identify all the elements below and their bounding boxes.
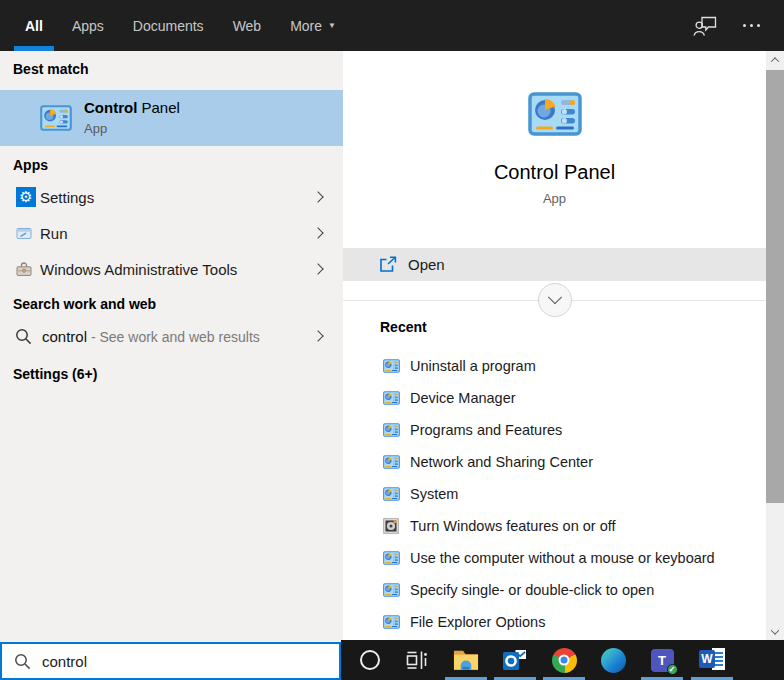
tab-label: Web — [233, 18, 262, 34]
recent-row-label: Specify single- or double-click to open — [410, 582, 654, 598]
ellipsis-icon[interactable] — [741, 20, 762, 31]
chevron-right-icon — [312, 227, 323, 238]
taskbar-cortana-button[interactable] — [357, 640, 383, 680]
chevron-right-icon — [312, 263, 323, 274]
taskbar-file-explorer-button[interactable] — [453, 640, 479, 680]
actions-expander — [343, 281, 766, 319]
recent-row-label: File Explorer Options — [410, 614, 545, 630]
recent-row-network-and-sharing-center[interactable]: Network and Sharing Center — [343, 446, 766, 478]
recent-row-uninstall-a-program[interactable]: Uninstall a program — [343, 350, 766, 382]
app-row-label: Windows Administrative Tools — [40, 261, 237, 278]
taskbar-search-box[interactable] — [0, 642, 341, 680]
control-panel-small-icon — [383, 423, 400, 437]
result-preview-panel: Control Panel App Open Recent Uninstall … — [343, 51, 766, 642]
taskbar-chrome-button[interactable] — [551, 640, 577, 680]
app-row-settings[interactable]: ⚙Settings — [0, 179, 343, 215]
topbar-right-icons — [693, 0, 762, 51]
best-match-title: Control Panel — [84, 99, 180, 116]
run-window-icon — [16, 227, 32, 240]
taskbar-task-view-button[interactable] — [404, 640, 430, 680]
control-panel-small-icon — [383, 455, 400, 469]
preview-app-subtitle: App — [343, 191, 766, 207]
control-panel-small-icon — [383, 615, 400, 629]
app-row-label: Run — [40, 225, 68, 242]
chevron-down-icon — [547, 290, 561, 304]
scroll-up-button[interactable] — [766, 51, 784, 68]
scroll-down-button[interactable] — [766, 623, 784, 640]
recent-section-header: Recent — [343, 319, 766, 335]
control-panel-small-icon — [383, 487, 400, 501]
taskbar: T✓W — [341, 640, 784, 680]
control-panel-small-icon — [383, 583, 400, 597]
preview-app-title: Control Panel — [343, 159, 766, 185]
tab-label: More — [290, 18, 322, 34]
tab-apps[interactable]: Apps — [72, 0, 104, 51]
app-row-run[interactable]: Run — [0, 215, 343, 251]
search-results-panel: Best match Control Panel App Apps ⚙Setti… — [0, 51, 343, 642]
recent-row-programs-and-features[interactable]: Programs and Features — [343, 414, 766, 446]
tab-web[interactable]: Web — [233, 0, 262, 51]
chevron-up-icon — [771, 57, 779, 65]
recent-row-file-explorer-options[interactable]: File Explorer Options — [343, 606, 766, 638]
tab-label: Documents — [133, 18, 204, 34]
scrollbar-thumb[interactable] — [766, 70, 784, 503]
control-panel-small-icon — [383, 391, 400, 405]
chevron-right-icon — [312, 330, 323, 341]
chevron-down-icon: ▼ — [328, 21, 336, 30]
tab-more[interactable]: More▼ — [290, 0, 336, 51]
search-icon — [15, 328, 32, 345]
search-header-bar: AllAppsDocumentsWebMore▼ — [0, 0, 784, 51]
recent-row-use-the-computer-without-a-mouse-or-keyboard[interactable]: Use the computer without a mouse or keyb… — [343, 542, 766, 574]
best-match-header: Best match — [0, 51, 343, 77]
taskbar-outlook-button[interactable] — [502, 640, 528, 680]
web-search-text: control - See work and web results — [42, 328, 260, 345]
recent-row-system[interactable]: System — [343, 478, 766, 510]
recent-row-label: Device Manager — [410, 390, 516, 406]
search-filter-tabs: AllAppsDocumentsWebMore▼ — [25, 0, 365, 51]
control-panel-icon — [40, 105, 72, 131]
recent-row-label: Turn Windows features on or off — [410, 518, 616, 534]
apps-section-header: Apps — [0, 157, 343, 173]
recent-row-device-manager[interactable]: Device Manager — [343, 382, 766, 414]
recent-items-list: Uninstall a program Device Manager Progr… — [343, 350, 766, 638]
vertical-scrollbar[interactable] — [766, 51, 784, 640]
settings-section-header: Settings (6+) — [0, 366, 343, 382]
recent-row-label: Programs and Features — [410, 422, 562, 438]
open-action-row[interactable]: Open — [343, 248, 766, 281]
taskbar-edge-button[interactable] — [600, 640, 626, 680]
control-panel-small-icon — [383, 359, 400, 373]
tab-all[interactable]: All — [25, 0, 43, 51]
apps-result-list: ⚙Settings Run Windows Administrative Too… — [0, 179, 343, 287]
search-work-web-header: Search work and web — [0, 296, 343, 312]
open-external-icon — [379, 256, 398, 273]
search-input[interactable] — [42, 653, 302, 670]
best-match-result-control-panel[interactable]: Control Panel App — [0, 90, 343, 146]
recent-row-specify-single-or-double-click-to-open[interactable]: Specify single- or double-click to open — [343, 574, 766, 606]
recent-row-label: Network and Sharing Center — [410, 454, 593, 470]
recent-row-turn-windows-features-on-or-off[interactable]: Turn Windows features on or off — [343, 510, 766, 542]
taskbar-word-button[interactable]: W — [699, 640, 725, 680]
web-search-result-row[interactable]: control - See work and web results — [0, 318, 343, 354]
recent-row-label: Uninstall a program — [410, 358, 536, 374]
recent-row-label: System — [410, 486, 458, 502]
tab-label: Apps — [72, 18, 104, 34]
control-panel-icon — [528, 92, 582, 136]
open-action-label: Open — [408, 256, 445, 273]
chevron-right-icon — [312, 191, 323, 202]
windows-features-icon — [383, 518, 399, 534]
app-row-windows-administrative-tools[interactable]: Windows Administrative Tools — [0, 251, 343, 287]
admin-tools-icon — [16, 262, 32, 277]
chevron-down-icon — [771, 626, 779, 634]
best-match-subtitle: App — [84, 121, 107, 136]
expand-actions-button[interactable] — [538, 283, 572, 317]
app-row-label: Settings — [40, 189, 94, 206]
settings-gear-icon: ⚙ — [16, 187, 36, 207]
tab-label: All — [25, 18, 43, 34]
search-icon — [14, 653, 31, 670]
tab-documents[interactable]: Documents — [133, 0, 204, 51]
user-feedback-icon[interactable] — [693, 15, 717, 36]
control-panel-small-icon — [383, 551, 400, 565]
recent-row-label: Use the computer without a mouse or keyb… — [410, 550, 715, 566]
taskbar-teams-button[interactable]: T✓ — [649, 640, 675, 680]
